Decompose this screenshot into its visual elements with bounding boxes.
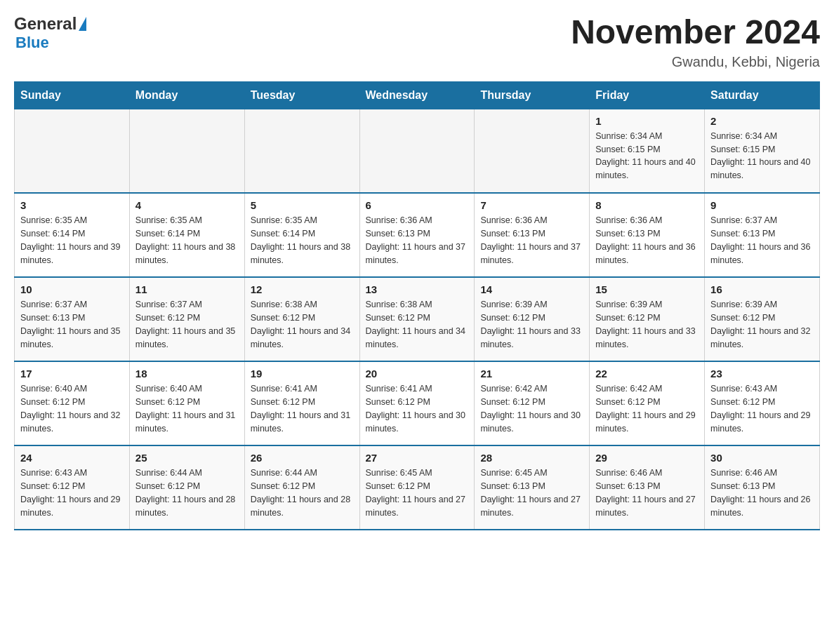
calendar-table: SundayMondayTuesdayWednesdayThursdayFrid… [14, 81, 820, 531]
day-info: Sunrise: 6:43 AM Sunset: 6:12 PM Dayligh… [20, 467, 124, 519]
day-number: 24 [20, 452, 124, 464]
day-of-week-header: Friday [590, 81, 705, 109]
day-number: 17 [20, 368, 124, 380]
day-info: Sunrise: 6:36 AM Sunset: 6:13 PM Dayligh… [595, 214, 699, 267]
day-number: 10 [20, 283, 124, 295]
day-of-week-header: Tuesday [244, 81, 359, 109]
day-number: 9 [710, 199, 814, 211]
logo-blue-text: Blue [15, 34, 49, 52]
day-info: Sunrise: 6:35 AM Sunset: 6:14 PM Dayligh… [135, 214, 239, 267]
logo-general-text: General [14, 14, 77, 34]
day-info: Sunrise: 6:34 AM Sunset: 6:15 PM Dayligh… [710, 130, 814, 182]
calendar-day-cell: 10Sunrise: 6:37 AM Sunset: 6:13 PM Dayli… [15, 277, 130, 361]
day-of-week-header: Saturday [705, 81, 820, 109]
day-info: Sunrise: 6:35 AM Sunset: 6:14 PM Dayligh… [20, 214, 124, 267]
day-info: Sunrise: 6:45 AM Sunset: 6:13 PM Dayligh… [480, 467, 583, 519]
calendar-day-cell: 1Sunrise: 6:34 AM Sunset: 6:15 PM Daylig… [590, 109, 705, 193]
calendar-day-cell: 15Sunrise: 6:39 AM Sunset: 6:12 PM Dayli… [590, 277, 705, 361]
day-info: Sunrise: 6:42 AM Sunset: 6:12 PM Dayligh… [480, 382, 583, 435]
day-number: 25 [135, 452, 239, 464]
day-of-week-header: Monday [129, 81, 244, 109]
day-info: Sunrise: 6:38 AM Sunset: 6:12 PM Dayligh… [251, 298, 354, 351]
day-number: 16 [710, 283, 814, 295]
day-number: 2 [710, 115, 814, 127]
day-number: 21 [480, 368, 583, 380]
calendar-day-cell: 4Sunrise: 6:35 AM Sunset: 6:14 PM Daylig… [129, 193, 244, 277]
day-info: Sunrise: 6:46 AM Sunset: 6:13 PM Dayligh… [595, 467, 699, 519]
calendar-day-cell: 20Sunrise: 6:41 AM Sunset: 6:12 PM Dayli… [359, 361, 475, 445]
day-info: Sunrise: 6:36 AM Sunset: 6:13 PM Dayligh… [480, 214, 583, 267]
calendar-week-row: 1Sunrise: 6:34 AM Sunset: 6:15 PM Daylig… [15, 109, 820, 193]
day-number: 27 [366, 452, 469, 464]
day-info: Sunrise: 6:43 AM Sunset: 6:12 PM Dayligh… [710, 382, 814, 435]
calendar-day-cell [15, 109, 130, 193]
day-number: 30 [710, 452, 814, 464]
day-info: Sunrise: 6:38 AM Sunset: 6:12 PM Dayligh… [366, 298, 469, 351]
calendar-day-cell: 13Sunrise: 6:38 AM Sunset: 6:12 PM Dayli… [359, 277, 475, 361]
day-number: 11 [135, 283, 239, 295]
calendar-header-row: SundayMondayTuesdayWednesdayThursdayFrid… [15, 81, 820, 109]
day-info: Sunrise: 6:44 AM Sunset: 6:12 PM Dayligh… [251, 467, 354, 519]
day-info: Sunrise: 6:40 AM Sunset: 6:12 PM Dayligh… [20, 382, 124, 435]
day-info: Sunrise: 6:39 AM Sunset: 6:12 PM Dayligh… [480, 298, 583, 351]
day-number: 28 [480, 452, 583, 464]
day-number: 26 [251, 452, 354, 464]
calendar-day-cell: 12Sunrise: 6:38 AM Sunset: 6:12 PM Dayli… [244, 277, 359, 361]
logo: General Blue [14, 14, 86, 52]
calendar-day-cell: 29Sunrise: 6:46 AM Sunset: 6:13 PM Dayli… [590, 445, 705, 530]
calendar-day-cell [244, 109, 359, 193]
calendar-day-cell: 11Sunrise: 6:37 AM Sunset: 6:12 PM Dayli… [129, 277, 244, 361]
calendar-day-cell: 8Sunrise: 6:36 AM Sunset: 6:13 PM Daylig… [590, 193, 705, 277]
calendar-day-cell: 17Sunrise: 6:40 AM Sunset: 6:12 PM Dayli… [15, 361, 130, 445]
day-number: 22 [595, 368, 699, 380]
day-number: 29 [595, 452, 699, 464]
day-info: Sunrise: 6:35 AM Sunset: 6:14 PM Dayligh… [251, 214, 354, 267]
calendar-day-cell: 23Sunrise: 6:43 AM Sunset: 6:12 PM Dayli… [705, 361, 820, 445]
day-number: 18 [135, 368, 239, 380]
day-number: 20 [366, 368, 469, 380]
day-number: 5 [251, 199, 354, 211]
day-info: Sunrise: 6:37 AM Sunset: 6:13 PM Dayligh… [20, 298, 124, 351]
calendar-day-cell: 25Sunrise: 6:44 AM Sunset: 6:12 PM Dayli… [129, 445, 244, 530]
day-info: Sunrise: 6:39 AM Sunset: 6:12 PM Dayligh… [595, 298, 699, 351]
day-number: 15 [595, 283, 699, 295]
day-info: Sunrise: 6:36 AM Sunset: 6:13 PM Dayligh… [366, 214, 469, 267]
day-number: 3 [20, 199, 124, 211]
calendar-day-cell: 26Sunrise: 6:44 AM Sunset: 6:12 PM Dayli… [244, 445, 359, 530]
calendar-title-area: November 2024 Gwandu, Kebbi, Nigeria [571, 14, 820, 70]
day-info: Sunrise: 6:41 AM Sunset: 6:12 PM Dayligh… [366, 382, 469, 435]
day-info: Sunrise: 6:37 AM Sunset: 6:12 PM Dayligh… [135, 298, 239, 351]
page-header: General Blue November 2024 Gwandu, Kebbi… [14, 14, 820, 70]
calendar-day-cell: 7Sunrise: 6:36 AM Sunset: 6:13 PM Daylig… [475, 193, 590, 277]
day-number: 13 [366, 283, 469, 295]
day-info: Sunrise: 6:46 AM Sunset: 6:13 PM Dayligh… [710, 467, 814, 519]
calendar-day-cell: 22Sunrise: 6:42 AM Sunset: 6:12 PM Dayli… [590, 361, 705, 445]
calendar-week-row: 17Sunrise: 6:40 AM Sunset: 6:12 PM Dayli… [15, 361, 820, 445]
calendar-day-cell: 18Sunrise: 6:40 AM Sunset: 6:12 PM Dayli… [129, 361, 244, 445]
day-number: 14 [480, 283, 583, 295]
calendar-day-cell [359, 109, 475, 193]
calendar-day-cell [129, 109, 244, 193]
day-number: 19 [251, 368, 354, 380]
calendar-day-cell: 14Sunrise: 6:39 AM Sunset: 6:12 PM Dayli… [475, 277, 590, 361]
day-info: Sunrise: 6:34 AM Sunset: 6:15 PM Dayligh… [595, 130, 699, 182]
calendar-day-cell: 28Sunrise: 6:45 AM Sunset: 6:13 PM Dayli… [475, 445, 590, 530]
day-info: Sunrise: 6:42 AM Sunset: 6:12 PM Dayligh… [595, 382, 699, 435]
calendar-day-cell [475, 109, 590, 193]
calendar-day-cell: 24Sunrise: 6:43 AM Sunset: 6:12 PM Dayli… [15, 445, 130, 530]
calendar-day-cell: 19Sunrise: 6:41 AM Sunset: 6:12 PM Dayli… [244, 361, 359, 445]
calendar-subtitle: Gwandu, Kebbi, Nigeria [571, 54, 820, 70]
day-info: Sunrise: 6:39 AM Sunset: 6:12 PM Dayligh… [710, 298, 814, 351]
calendar-day-cell: 6Sunrise: 6:36 AM Sunset: 6:13 PM Daylig… [359, 193, 475, 277]
calendar-title: November 2024 [571, 14, 820, 51]
day-number: 8 [595, 199, 699, 211]
day-of-week-header: Sunday [15, 81, 130, 109]
calendar-day-cell: 27Sunrise: 6:45 AM Sunset: 6:12 PM Dayli… [359, 445, 475, 530]
calendar-week-row: 24Sunrise: 6:43 AM Sunset: 6:12 PM Dayli… [15, 445, 820, 530]
calendar-day-cell: 3Sunrise: 6:35 AM Sunset: 6:14 PM Daylig… [15, 193, 130, 277]
day-number: 6 [366, 199, 469, 211]
calendar-week-row: 10Sunrise: 6:37 AM Sunset: 6:13 PM Dayli… [15, 277, 820, 361]
day-info: Sunrise: 6:45 AM Sunset: 6:12 PM Dayligh… [366, 467, 469, 519]
calendar-day-cell: 30Sunrise: 6:46 AM Sunset: 6:13 PM Dayli… [705, 445, 820, 530]
day-info: Sunrise: 6:44 AM Sunset: 6:12 PM Dayligh… [135, 467, 239, 519]
